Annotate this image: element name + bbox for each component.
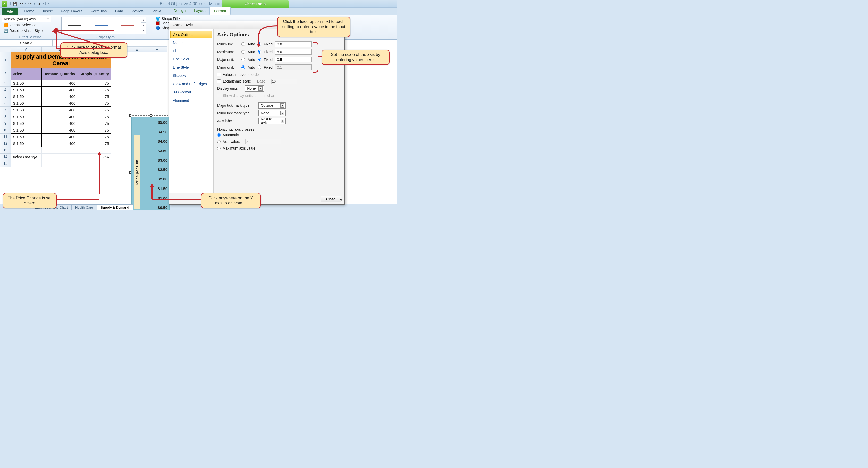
row-header-10[interactable]: 10 [0,127,11,134]
style-thumb-2[interactable] [88,17,115,34]
row-header-3[interactable]: 3 [0,80,11,87]
cell-supply[interactable]: 75 [78,127,111,134]
tab-format[interactable]: Format [210,7,230,15]
maximum-input[interactable] [275,49,312,55]
cell-demand[interactable]: 400 [42,134,78,140]
maximum-auto-radio[interactable] [241,50,245,54]
tab-design[interactable]: Design [169,7,190,15]
nav-glow[interactable]: Glow and Soft Edges [169,80,213,88]
embedded-chart[interactable]: Price per Unit $5.00$4.50$4.00$3.50$3.00… [131,117,169,210]
print-icon[interactable]: 🖨 [36,1,41,6]
minor-tick-dropdown[interactable]: None▼ [258,110,286,116]
shape-fill-button[interactable]: 🪣Shape Fill ▾ [156,17,187,21]
cell-price[interactable]: $ 1.50 [11,127,42,134]
col-header-F[interactable]: F [147,47,167,52]
nav-line-color[interactable]: Line Color [169,55,213,63]
cell-supply[interactable]: 75 [78,93,111,100]
row-header-15[interactable]: 15 [0,160,11,167]
crosses-value-radio[interactable] [217,140,221,143]
cell-demand[interactable]: 400 [42,113,78,120]
sheet-tab-supply-demand[interactable]: Supply & Demand [97,204,133,210]
row-header-6[interactable]: 6 [0,100,11,107]
col-header-A[interactable]: A [11,47,42,52]
nav-fill[interactable]: Fill [169,47,213,55]
minimum-auto-radio[interactable] [241,42,245,46]
minimum-input[interactable] [275,41,312,47]
cell-supply[interactable]: 75 [78,120,111,127]
row-header-14[interactable]: 14 [0,154,11,160]
row-header-7[interactable]: 7 [0,107,11,113]
empty-cell[interactable] [42,154,78,160]
major-unit-fixed-radio[interactable] [258,58,261,61]
tab-home[interactable]: Home [20,7,39,15]
cell-price[interactable]: $ 1.50 [11,100,42,107]
tab-formulas[interactable]: Formulas [87,7,111,15]
empty-cell[interactable] [11,147,42,154]
tab-data[interactable]: Data [111,7,127,15]
cell-demand[interactable]: 400 [42,140,78,147]
maximum-fixed-radio[interactable] [258,50,261,54]
row-header-2[interactable]: 2 [0,68,11,80]
cell-supply[interactable]: 75 [78,87,111,93]
cell-demand[interactable]: 400 [42,87,78,93]
row-header-12[interactable]: 12 [0,140,11,147]
cell-supply[interactable]: 75 [78,80,111,87]
cell-supply[interactable]: 75 [78,107,111,113]
select-all-corner[interactable] [0,47,11,52]
qat-caret2[interactable]: ▾ [33,1,35,6]
style-thumb-3[interactable] [114,17,141,34]
chart-y-axis-ticks[interactable]: $5.00$4.50$4.00$3.50$3.00$2.50$2.00$1.50… [158,120,167,210]
nav-alignment[interactable]: Alignment [169,96,213,105]
row-header-1[interactable]: 1 [0,52,11,68]
cell-demand[interactable]: 400 [42,100,78,107]
header-supply[interactable]: Supply Quantity [78,68,111,80]
cell-price[interactable]: $ 1.50 [11,93,42,100]
chart-y-axis-title[interactable]: Price per Unit [134,135,140,209]
undo-icon[interactable]: ↶ [19,1,24,6]
log-scale-checkbox[interactable] [217,80,221,83]
cell-supply[interactable]: 75 [78,140,111,147]
major-tick-dropdown[interactable]: Outside▼ [258,103,286,109]
row-header-13[interactable]: 13 [0,147,11,154]
minimum-fixed-radio[interactable] [258,42,261,46]
row-header-8[interactable]: 8 [0,113,11,120]
close-button[interactable]: Close [321,196,341,202]
tab-review[interactable]: Review [127,7,148,15]
cell-supply[interactable]: 75 [78,134,111,140]
tab-view[interactable]: View [148,7,165,15]
row-header-11[interactable]: 11 [0,134,11,140]
empty-cell[interactable] [78,147,111,154]
price-change-label[interactable]: Price Change [11,154,42,160]
empty-cell[interactable] [78,160,111,167]
row-headers[interactable]: 123456789101112131415 [0,52,11,167]
nav-axis-options[interactable]: Axis Options [170,31,212,38]
axis-labels-dropdown[interactable]: Next to Axis▼ [258,118,286,124]
cell-demand[interactable]: 400 [42,93,78,100]
qat-caret3[interactable]: ▾ [42,1,44,6]
header-price[interactable]: Price [11,68,42,80]
row-header-5[interactable]: 5 [0,93,11,100]
cell-demand[interactable]: 400 [42,107,78,113]
minor-unit-auto-radio[interactable] [241,65,245,69]
gallery-scroll[interactable]: ▲▼▾ [141,17,146,34]
shape-styles-gallery[interactable]: ▲▼▾ [61,17,146,34]
tab-insert[interactable]: Insert [39,7,57,15]
cell-price[interactable]: $ 1.50 [11,87,42,93]
cell-price[interactable]: $ 1.50 [11,80,42,87]
price-change-value[interactable]: 0% [78,154,111,160]
cell-price[interactable]: $ 1.50 [11,120,42,127]
header-demand[interactable]: Demand Quantity [42,68,78,80]
minor-unit-fixed-radio[interactable] [258,65,261,69]
display-units-dropdown[interactable]: None▼ [245,85,264,91]
redo-icon[interactable]: ↷ [27,1,32,6]
row-header-9[interactable]: 9 [0,120,11,127]
nav-number[interactable]: Number [169,38,213,47]
cell-price[interactable]: $ 1.50 [11,107,42,113]
nav-3d-format[interactable]: 3-D Format [169,88,213,96]
row-header-4[interactable]: 4 [0,87,11,93]
tab-page-layout[interactable]: Page Layout [57,7,87,15]
cell-supply[interactable]: 75 [78,100,111,107]
col-header-E[interactable]: E [127,47,147,52]
crosses-max-radio[interactable] [217,147,221,150]
tab-layout[interactable]: Layout [190,7,210,15]
